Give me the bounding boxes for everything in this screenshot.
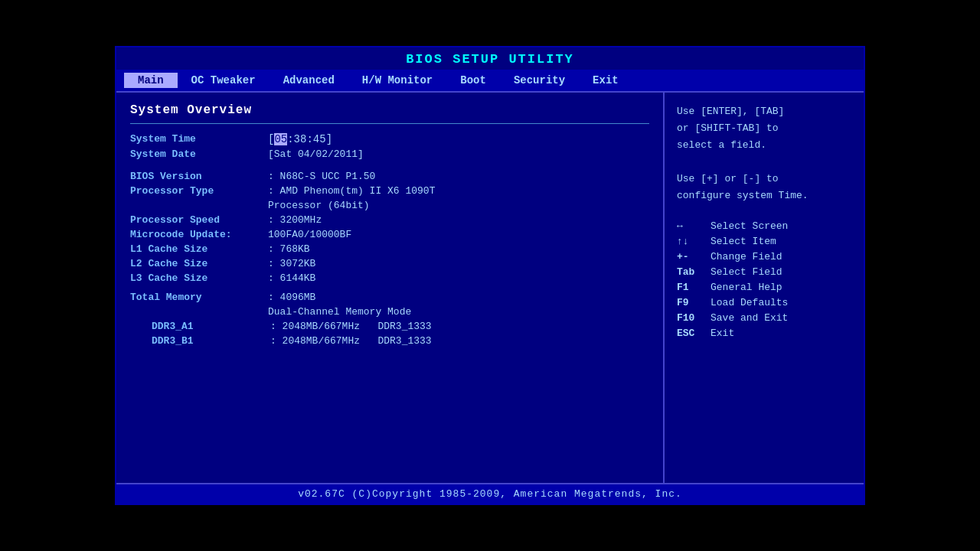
key-row-select-field: Tab Select Field [677, 266, 851, 278]
main-panel: System Overview System Time [05:38:45] S… [116, 93, 665, 483]
nav-advanced[interactable]: Advanced [270, 73, 348, 88]
key-desc-f9: Load Defaults [710, 297, 788, 308]
processor-type-row2: Processor (64bit) [130, 200, 649, 211]
system-time-row: System Time [05:38:45] [130, 133, 649, 145]
footer-bar: v02.67C (C)Copyright 1985-2009, American… [116, 483, 864, 504]
nav-exit[interactable]: Exit [579, 73, 632, 88]
footer-text: v02.67C (C)Copyright 1985-2009, American… [298, 488, 682, 500]
key-desc-select-field: Select Field [710, 266, 782, 278]
l2-cache-value: : 3072KB [268, 258, 315, 269]
key-sym-ud-arrows: ↑↓ [677, 236, 710, 247]
processor-speed-value: : 3200MHz [268, 214, 322, 226]
key-desc-select-item: Select Item [710, 236, 776, 247]
system-date-value[interactable]: [Sat 04/02/2011] [268, 148, 364, 160]
l1-cache-label: L1 Cache Size [130, 243, 268, 255]
l1-cache-row: L1 Cache Size : 768KB [130, 243, 649, 255]
help-text: Use [ENTER], [TAB] or [SHIFT-TAB] to sel… [677, 103, 851, 205]
microcode-label: Microcode Update: [130, 229, 268, 240]
key-sym-arrows: ↔ [677, 220, 710, 232]
bios-version-value: : N68C-S UCC P1.50 [268, 171, 375, 182]
side-panel: Use [ENTER], [TAB] or [SHIFT-TAB] to sel… [665, 93, 864, 483]
nav-main[interactable]: Main [124, 73, 178, 88]
l3-cache-row: L3 Cache Size : 6144KB [130, 272, 649, 284]
key-row-esc: ESC Exit [677, 328, 851, 339]
nav-hw-monitor[interactable]: H/W Monitor [348, 73, 446, 88]
key-sym-f10: F10 [677, 312, 710, 324]
key-sym-plusminus: +- [677, 251, 710, 262]
l3-cache-label: L3 Cache Size [130, 272, 268, 284]
bios-version-row: BIOS Version : N68C-S UCC P1.50 [130, 171, 649, 182]
content-area: System Overview System Time [05:38:45] S… [116, 91, 864, 483]
total-memory-label: Total Memory [130, 292, 268, 303]
key-row-f9: F9 Load Defaults [677, 297, 851, 308]
processor-speed-label: Processor Speed [130, 214, 268, 226]
l2-cache-row: L2 Cache Size : 3072KB [130, 258, 649, 269]
ddr3-b1-label: DDR3_B1 [152, 335, 270, 347]
processor-speed-row: Processor Speed : 3200MHz [130, 214, 649, 226]
system-date-label: System Date [130, 148, 268, 160]
nav-bar: Main OC Tweaker Advanced H/W Monitor Boo… [116, 70, 864, 91]
processor-type-label2 [130, 200, 268, 211]
bios-title: BIOS SETUP UTILITY [406, 52, 574, 67]
l1-cache-value: : 768KB [268, 243, 310, 255]
memory-mode-label [130, 306, 268, 318]
key-desc-change-field: Change Field [710, 251, 782, 262]
system-time-value[interactable]: [05:38:45] [268, 133, 332, 145]
processor-type-label: Processor Type [130, 185, 268, 197]
ddr3-a1-label: DDR3_A1 [152, 321, 270, 332]
nav-security[interactable]: Security [500, 73, 579, 88]
key-row-select-screen: ↔ Select Screen [677, 220, 851, 232]
nav-boot[interactable]: Boot [446, 73, 500, 88]
bios-screen: BIOS SETUP UTILITY Main OC Tweaker Advan… [115, 46, 865, 505]
processor-type-value2: Processor (64bit) [268, 200, 370, 211]
bios-version-label: BIOS Version [130, 171, 268, 182]
total-memory-value: : 4096MB [268, 292, 315, 303]
nav-oc-tweaker[interactable]: OC Tweaker [178, 73, 270, 88]
memory-mode-row: Dual-Channel Memory Mode [130, 306, 649, 318]
ddr3-b1-value: : 2048MB/667MHz DDR3_1333 [270, 335, 432, 347]
key-sym-esc: ESC [677, 328, 710, 339]
key-row-f1: F1 General Help [677, 282, 851, 293]
key-desc-esc: Exit [710, 328, 734, 339]
l3-cache-value: : 6144KB [268, 272, 315, 284]
system-date-row: System Date [Sat 04/02/2011] [130, 148, 649, 160]
ddr3-b1-row: DDR3_B1 : 2048MB/667MHz DDR3_1333 [152, 335, 649, 347]
memory-block: Total Memory : 4096MB Dual-Channel Memor… [130, 292, 649, 347]
processor-type-row: Processor Type : AMD Phenom(tm) II X6 10… [130, 185, 649, 197]
microcode-row: Microcode Update: 100FA0/10000BF [130, 229, 649, 240]
processor-type-value: : AMD Phenom(tm) II X6 1090T [268, 185, 435, 197]
key-desc-f1: General Help [710, 282, 782, 293]
system-time-hours[interactable]: 05 [274, 133, 287, 145]
microcode-value: 100FA0/10000BF [268, 229, 351, 240]
memory-mode-value: Dual-Channel Memory Mode [268, 306, 411, 318]
key-sym-tab: Tab [677, 266, 710, 278]
section-title: System Overview [130, 103, 649, 117]
system-time-label: System Time [130, 133, 268, 145]
key-desc-select-screen: Select Screen [710, 220, 788, 232]
key-sym-f9: F9 [677, 297, 710, 308]
total-memory-row: Total Memory : 4096MB [130, 292, 649, 303]
ddr3-a1-row: DDR3_A1 : 2048MB/667MHz DDR3_1333 [152, 321, 649, 332]
key-desc-f10: Save and Exit [710, 312, 788, 324]
ddr3-a1-value: : 2048MB/667MHz DDR3_1333 [270, 321, 432, 332]
key-table: ↔ Select Screen ↑↓ Select Item +- Change… [677, 220, 851, 339]
key-row-select-item: ↑↓ Select Item [677, 236, 851, 247]
title-bar: BIOS SETUP UTILITY [116, 47, 864, 70]
l2-cache-label: L2 Cache Size [130, 258, 268, 269]
key-sym-f1: F1 [677, 282, 710, 293]
key-row-change-field: +- Change Field [677, 251, 851, 262]
key-row-f10: F10 Save and Exit [677, 312, 851, 324]
